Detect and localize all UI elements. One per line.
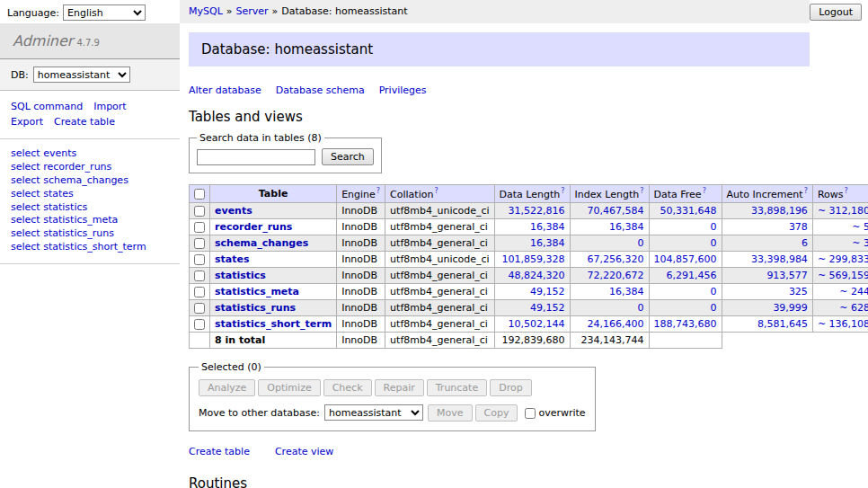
row-checkbox[interactable] — [194, 303, 205, 314]
auto-increment-cell: 913,577 — [722, 267, 812, 283]
repair-button[interactable]: Repair — [375, 379, 424, 396]
search-fieldset: Search data in tables (8) Search — [189, 132, 382, 173]
breadcrumb-separator: » — [226, 5, 233, 17]
engine-cell: InnoDB — [337, 267, 385, 283]
sidebar-table-link[interactable]: select statistics_runs — [11, 227, 169, 241]
search-button[interactable]: Search — [322, 148, 374, 165]
engine-cell: InnoDB — [337, 202, 385, 218]
sidebar-table-link[interactable]: select events — [11, 147, 169, 161]
table-name-link[interactable]: statistics_meta — [215, 286, 299, 297]
analyze-button[interactable]: Analyze — [199, 379, 255, 396]
optimize-button[interactable]: Optimize — [258, 379, 320, 396]
sidebar-table-link[interactable]: select statistics_short_term — [11, 241, 169, 254]
help-link[interactable]: ? — [703, 187, 706, 195]
column-header-table: Table — [210, 185, 337, 203]
engine-cell: InnoDB — [337, 251, 385, 267]
language-select[interactable]: English — [63, 4, 146, 21]
selected-fieldset: Selected (0) AnalyzeOptimizeCheckRepairT… — [189, 361, 596, 431]
breadcrumb-link-server[interactable]: Server — [236, 5, 269, 17]
help-link[interactable]: ? — [561, 187, 564, 195]
data-length-cell: 10,502,144 — [494, 315, 570, 332]
drop-button[interactable]: Drop — [490, 379, 531, 396]
column-header-data-length: Data Length? — [494, 185, 570, 203]
table-row: statesInnoDButf8mb4_unicode_ci101,859,32… — [190, 251, 868, 267]
row-checkbox[interactable] — [194, 271, 205, 281]
move-db-select[interactable]: homeassistant — [324, 404, 423, 421]
sidebar: Adminer4.7.9 DB:homeassistant SQL comman… — [0, 23, 180, 264]
move-button[interactable]: Move — [428, 404, 473, 421]
table-name-link[interactable]: statistics_runs — [215, 302, 296, 314]
db-select[interactable]: homeassistant — [33, 67, 130, 83]
sidebar-table-link[interactable]: select statistics_meta — [11, 214, 169, 227]
check-button[interactable]: Check — [323, 379, 372, 396]
truncate-button[interactable]: Truncate — [427, 379, 487, 396]
data-free-cell: 0 — [649, 299, 722, 315]
link-alter-database[interactable]: Alter database — [189, 84, 261, 96]
auto-increment-cell: 378 — [722, 218, 812, 235]
index-length-cell: 70,467,584 — [570, 202, 649, 218]
link-create-table[interactable]: Create table — [189, 446, 250, 457]
sidebar-table-link[interactable]: select statistics — [11, 201, 169, 215]
rows-cell: ~ 312,180 — [812, 202, 868, 218]
index-length-cell: 16,384 — [570, 218, 649, 235]
selected-legend: Selected (0) — [199, 361, 264, 373]
table-row: statistics_metaInnoDButf8mb4_general_ci4… — [190, 283, 868, 299]
sidebar-link-create-table[interactable]: Create table — [54, 116, 115, 128]
link-create-view[interactable]: Create view — [275, 446, 333, 457]
table-name-link[interactable]: statistics — [215, 270, 266, 281]
table-name-link[interactable]: schema_changes — [215, 237, 308, 249]
row-checkbox[interactable] — [194, 206, 205, 217]
row-checkbox[interactable] — [194, 254, 205, 265]
help-link[interactable]: ? — [804, 187, 808, 195]
logout-button[interactable]: Logout — [810, 4, 862, 21]
link-privileges[interactable]: Privileges — [379, 84, 427, 96]
engine-cell: InnoDB — [337, 315, 385, 332]
search-input[interactable] — [197, 149, 315, 165]
row-checkbox[interactable] — [194, 222, 205, 233]
rows-cell: ~ 136,108 — [812, 315, 868, 332]
help-link[interactable]: ? — [844, 187, 847, 195]
data-length-cell: 31,522,816 — [494, 202, 570, 218]
row-checkbox[interactable] — [194, 319, 205, 330]
table-name-link[interactable]: events — [215, 205, 252, 217]
total-data-free-cell — [649, 332, 722, 348]
collation-cell: utf8mb4_general_ci — [385, 267, 494, 283]
sidebar-link-import[interactable]: Import — [93, 101, 127, 112]
link-database-schema[interactable]: Database schema — [276, 84, 365, 96]
select-all-checkbox[interactable] — [194, 189, 205, 200]
top-bar: Language:English MySQL»Server»Database: … — [0, 0, 868, 23]
breadcrumb: MySQL»Server»Database: homeassistant — [180, 0, 810, 23]
table-row: statistics_short_termInnoDButf8mb4_gener… — [190, 315, 868, 332]
table-name-link[interactable]: recorder_runs — [215, 221, 292, 233]
sidebar-link-export[interactable]: Export — [11, 116, 43, 128]
table-name-link[interactable]: states — [215, 253, 250, 265]
index-length-cell: 72,220,672 — [570, 267, 649, 283]
help-link[interactable]: ? — [434, 187, 438, 195]
collation-cell: utf8mb4_unicode_ci — [385, 202, 494, 218]
help-link[interactable]: ? — [376, 187, 380, 195]
data-length-cell: 16,384 — [494, 218, 570, 235]
sidebar-table-link[interactable]: select recorder_runs — [11, 161, 169, 174]
sidebar-table-link[interactable]: select states — [11, 188, 169, 201]
collation-cell: utf8mb4_general_ci — [385, 299, 494, 315]
table-name-link[interactable]: statistics_short_term — [215, 318, 332, 330]
row-checkbox[interactable] — [194, 287, 205, 297]
main-content: Database: homeassistant Alter databaseDa… — [189, 23, 868, 488]
copy-button[interactable]: Copy — [475, 404, 518, 421]
help-link[interactable]: ? — [640, 187, 643, 195]
collation-cell: utf8mb4_general_ci — [385, 218, 494, 235]
sidebar-table-link[interactable]: select schema_changes — [11, 174, 169, 188]
data-length-cell: 48,824,320 — [494, 267, 570, 283]
overwrite-checkbox[interactable] — [525, 408, 536, 419]
breadcrumb-link-mysql[interactable]: MySQL — [189, 5, 223, 17]
sidebar-actions: SQL commandImport ExportCreate table — [0, 91, 180, 139]
total-label: 8 in total — [210, 332, 337, 348]
table-row: schema_changesInnoDButf8mb4_general_ci16… — [190, 235, 868, 251]
sidebar-link-sql-command[interactable]: SQL command — [11, 101, 83, 112]
auto-increment-cell: 39,999 — [722, 299, 812, 315]
row-checkbox[interactable] — [194, 238, 205, 249]
data-length-cell: 49,152 — [494, 299, 570, 315]
index-length-cell: 16,384 — [570, 283, 649, 299]
data-free-cell: 0 — [649, 283, 722, 299]
engine-cell: InnoDB — [337, 283, 385, 299]
